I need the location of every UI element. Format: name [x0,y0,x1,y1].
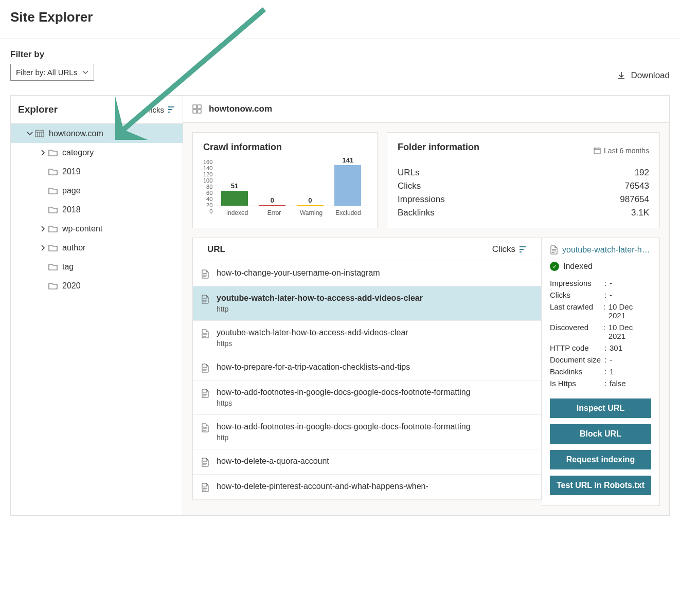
page-icon [201,295,209,304]
crawl-info-card: Crawl information 160140120100806040200 … [192,132,378,228]
page-icon [201,389,209,398]
chevron-right-icon [39,245,48,251]
content-domain: howtonow.com [209,104,272,114]
chart-bar: 0 [259,196,285,206]
folder-icon [48,282,58,290]
tree-row[interactable]: 2018 [11,200,183,219]
explorer-sort[interactable]: licks [149,105,175,114]
filter-select[interactable]: Filter by: All URLs [10,64,94,81]
page-icon [201,329,209,338]
folder-icon [48,168,58,176]
url-row[interactable]: youtube-watch-later-how-to-access-add-vi… [193,286,541,321]
folder-icon [48,187,58,195]
tree-row[interactable]: howtonow.com [11,124,183,143]
folder-info-card: Folder information Last 6 months URLs192… [387,132,660,228]
chart-category-label: Indexed [222,209,253,216]
detail-kv: Impressions:- [550,277,651,289]
detail-kv: Discovered:10 Dec 2021 [550,321,651,342]
detail-kv: Is Https:false [550,377,651,389]
tree-label: tag [62,262,74,271]
url-row[interactable]: how-to-add-footnotes-in-google-docs-goog… [193,415,541,449]
tree-label: category [62,148,94,157]
folder-icon [48,206,58,214]
tree-row[interactable]: category [11,143,183,162]
url-scheme: http [217,305,423,313]
status-ok-icon: ✓ [550,262,559,271]
url-text: how-to-change-your-username-on-instagram [217,268,380,278]
url-text: youtube-watch-later-how-to-access-add-vi… [217,328,408,337]
page-icon [550,245,558,255]
folder-icon [48,149,58,157]
download-icon [617,71,625,80]
tree-row[interactable]: author [11,238,183,257]
period-label: Last 6 months [594,147,649,155]
svg-rect-6 [594,148,600,154]
url-scheme: http [217,433,471,442]
download-label: Download [631,70,670,81]
page-icon [201,364,209,373]
svg-rect-4 [193,110,196,113]
sort-desc-icon [167,106,175,113]
tree-label: 2020 [62,281,81,291]
tree-label: 2019 [62,167,81,176]
action-button[interactable]: Inspect URL [550,398,651,418]
url-row[interactable]: how-to-delete-pinterest-account-and-what… [193,475,541,500]
chart-category-label: Warning [296,209,327,216]
tree-row[interactable]: tag [11,257,183,276]
svg-rect-2 [193,105,196,108]
folder-icon [48,244,58,252]
stat-row: Backlinks3.1K [398,206,649,220]
url-text: how-to-add-footnotes-in-google-docs-goog… [217,388,471,397]
chart-bar: 0 [297,196,324,206]
tree-label: 2018 [62,205,81,214]
detail-kv: HTTP code:301 [550,342,651,354]
action-button[interactable]: Request indexing [550,450,651,469]
chart-bar: 51 [221,182,248,206]
svg-rect-5 [198,110,201,113]
detail-title[interactable]: youtube-watch-later-ho… [562,245,651,255]
url-row[interactable]: how-to-add-footnotes-in-google-docs-goog… [193,381,541,415]
tree-row[interactable]: 2020 [11,276,183,295]
download-button[interactable]: Download [617,70,670,81]
chevron-right-icon [39,226,48,232]
svg-rect-3 [198,105,201,108]
tree-label: page [62,186,81,195]
chevron-down-icon [82,69,88,76]
tree-label: howtonow.com [49,129,103,138]
col-clicks-sort[interactable]: Clicks [492,244,527,255]
detail-panel: youtube-watch-later-ho… ✓ Indexed Impres… [542,238,660,506]
url-row[interactable]: how-to-change-your-username-on-instagram [193,261,541,286]
page-icon [201,423,209,432]
page-icon [201,483,209,492]
chevron-right-icon [39,150,48,156]
detail-kv: Clicks:- [550,289,651,301]
detail-kv: Last crawled:10 Dec 2021 [550,301,651,321]
url-text: how-to-delete-pinterest-account-and-what… [217,482,428,491]
tree-row[interactable]: 2019 [11,162,183,181]
url-scheme: https [217,399,471,407]
site-icon [192,104,202,114]
action-button[interactable]: Block URL [550,424,651,444]
tree-row[interactable]: wp-content [11,219,183,238]
detail-kv: Document size:- [550,354,651,366]
url-scheme: https [217,339,408,348]
url-row[interactable]: youtube-watch-later-how-to-access-add-vi… [193,321,541,355]
url-text: youtube-watch-later-how-to-access-add-vi… [217,294,423,303]
sort-desc-icon [518,246,527,253]
url-row[interactable]: how-to-prepare-for-a-trip-vacation-check… [193,355,541,381]
detail-kv: Backlinks:1 [550,366,651,377]
chart-bar: 141 [334,156,361,206]
detail-status: Indexed [563,262,593,271]
url-text: how-to-delete-a-quora-account [217,457,329,466]
page-icon [201,458,209,467]
stat-row: Clicks76543 [398,179,649,193]
url-row[interactable]: how-to-delete-a-quora-account [193,449,541,475]
action-button[interactable]: Test URL in Robots.txt [550,476,651,495]
explorer-panel: Explorer licks howtonow.comcategory2019p… [10,95,183,516]
tree-row[interactable]: page [11,181,183,200]
crawl-title: Crawl information [203,142,367,153]
tree-label: wp-content [62,224,102,233]
page-title: Site Explorer [10,9,670,25]
url-table: URL Clicks how-to-change-your-username-o… [192,238,542,500]
filter-label: Filter by [10,49,94,60]
